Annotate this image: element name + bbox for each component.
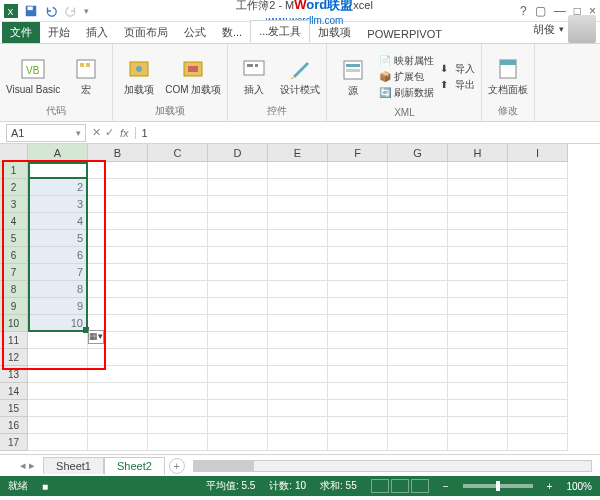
cell[interactable] <box>148 315 208 332</box>
cell[interactable] <box>268 196 328 213</box>
cell[interactable] <box>28 349 88 366</box>
row-header[interactable]: 11 <box>0 332 28 349</box>
cell[interactable] <box>508 366 568 383</box>
cell[interactable] <box>148 349 208 366</box>
cell[interactable] <box>448 434 508 451</box>
zoom-out-button[interactable]: − <box>443 481 449 492</box>
user-area[interactable]: 胡俊 ▾ <box>533 15 600 43</box>
cell[interactable] <box>88 281 148 298</box>
page-break-view-icon[interactable] <box>411 479 429 493</box>
redo-icon[interactable] <box>64 4 78 18</box>
row-header[interactable]: 1 <box>0 162 28 179</box>
cell[interactable] <box>328 196 388 213</box>
cell[interactable] <box>208 196 268 213</box>
cell[interactable] <box>208 179 268 196</box>
cell[interactable] <box>88 162 148 179</box>
cell[interactable] <box>268 315 328 332</box>
cell[interactable] <box>388 230 448 247</box>
cell[interactable] <box>448 417 508 434</box>
select-all-corner[interactable] <box>0 144 28 162</box>
cell[interactable] <box>388 383 448 400</box>
cell[interactable] <box>208 417 268 434</box>
cell[interactable] <box>268 366 328 383</box>
save-icon[interactable] <box>24 4 38 18</box>
cell[interactable] <box>148 162 208 179</box>
fx-icon[interactable]: fx <box>120 127 129 139</box>
cell[interactable] <box>88 298 148 315</box>
cell[interactable] <box>508 162 568 179</box>
name-box[interactable]: A1 ▾ <box>6 124 86 142</box>
cell[interactable] <box>508 400 568 417</box>
cell[interactable] <box>328 332 388 349</box>
cell[interactable] <box>208 230 268 247</box>
cell[interactable] <box>88 213 148 230</box>
cell[interactable] <box>328 213 388 230</box>
row-header[interactable]: 2 <box>0 179 28 196</box>
cell[interactable]: 2 <box>28 179 88 196</box>
cell[interactable] <box>448 349 508 366</box>
cell[interactable] <box>208 247 268 264</box>
horizontal-scrollbar[interactable] <box>193 460 592 472</box>
cell[interactable] <box>148 264 208 281</box>
cell[interactable] <box>28 332 88 349</box>
cell[interactable] <box>148 298 208 315</box>
zoom-level[interactable]: 100% <box>566 481 592 492</box>
xml-expand-button[interactable]: 📦扩展包 <box>379 70 434 84</box>
enter-formula-icon[interactable]: ✓ <box>105 126 114 139</box>
cell[interactable] <box>388 162 448 179</box>
cell[interactable] <box>268 230 328 247</box>
cell[interactable]: 3 <box>28 196 88 213</box>
cell[interactable] <box>448 298 508 315</box>
cell[interactable] <box>148 366 208 383</box>
cell[interactable] <box>508 315 568 332</box>
cell[interactable] <box>328 264 388 281</box>
cell[interactable] <box>148 230 208 247</box>
cell[interactable] <box>448 247 508 264</box>
cell[interactable] <box>448 281 508 298</box>
cell[interactable] <box>268 417 328 434</box>
add-sheet-button[interactable]: + <box>169 458 185 474</box>
insert-control-button[interactable]: 插入 <box>234 56 274 95</box>
cell[interactable] <box>448 315 508 332</box>
doc-panel-button[interactable]: 文档面板 <box>488 56 528 95</box>
cell[interactable] <box>268 281 328 298</box>
cell[interactable] <box>328 247 388 264</box>
cell[interactable] <box>508 264 568 281</box>
cell[interactable] <box>508 230 568 247</box>
xml-export-button[interactable]: ⬆导出 <box>440 78 475 92</box>
cell[interactable] <box>268 179 328 196</box>
autofill-options-button[interactable]: ▦▾ <box>88 330 104 344</box>
cell[interactable] <box>388 434 448 451</box>
cell[interactable] <box>508 332 568 349</box>
cell[interactable] <box>508 247 568 264</box>
xml-source-button[interactable]: 源 <box>333 57 373 96</box>
xml-map-props-button[interactable]: 📄映射属性 <box>379 54 434 68</box>
cell[interactable] <box>328 298 388 315</box>
cell[interactable] <box>448 196 508 213</box>
cell[interactable] <box>268 383 328 400</box>
cell[interactable] <box>148 434 208 451</box>
cell[interactable] <box>508 281 568 298</box>
cell[interactable] <box>268 264 328 281</box>
cell[interactable] <box>208 162 268 179</box>
tab-home[interactable]: 开始 <box>40 22 78 43</box>
cell[interactable] <box>268 349 328 366</box>
tab-developer[interactable]: ...发工具 <box>250 20 310 43</box>
cell[interactable] <box>448 366 508 383</box>
cell[interactable] <box>208 315 268 332</box>
column-header[interactable]: A <box>28 144 88 162</box>
cell[interactable] <box>88 434 148 451</box>
cell[interactable] <box>148 332 208 349</box>
help-icon[interactable]: ? <box>520 4 527 18</box>
cell[interactable] <box>148 383 208 400</box>
cancel-formula-icon[interactable]: ✕ <box>92 126 101 139</box>
cell[interactable] <box>268 298 328 315</box>
cell[interactable] <box>208 264 268 281</box>
com-addins-button[interactable]: COM 加载项 <box>165 56 221 95</box>
cell[interactable] <box>148 417 208 434</box>
cell[interactable]: 1 <box>28 162 88 179</box>
cell[interactable] <box>328 400 388 417</box>
cell[interactable] <box>148 179 208 196</box>
cell[interactable]: 5 <box>28 230 88 247</box>
sheet-nav[interactable]: ◂ ▸ <box>20 459 35 472</box>
